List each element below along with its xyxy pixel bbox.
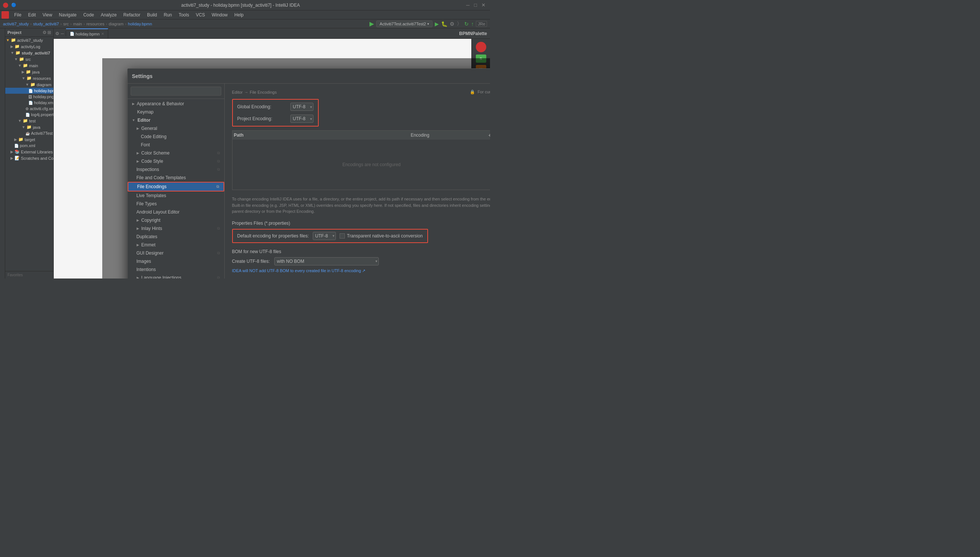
tree-item-src[interactable]: ▼ 📁 src (5, 56, 54, 62)
add-encoding-btn[interactable]: + (487, 132, 490, 139)
nav-images[interactable]: Images (128, 257, 224, 265)
tab-holiday-bpmn[interactable]: 📄 holiday.bpmn ✕ (66, 28, 109, 39)
favorites-label[interactable]: Favorites (5, 271, 54, 278)
panel-gear-icon[interactable]: ⚙ (42, 30, 47, 35)
tree-item-pom[interactable]: 📄 pom.xml (5, 143, 54, 148)
bom-select[interactable]: with NO BOM (274, 257, 379, 265)
panel-layout-icon[interactable]: ⊞ (47, 30, 51, 35)
tree-item-activiti7test[interactable]: ☕ Activiti7Test (5, 130, 54, 136)
menu-edit[interactable]: Edit (25, 11, 39, 18)
run-btn[interactable]: ▶ (369, 20, 374, 27)
tree-item-holiday-bpmn[interactable]: 📄 holiday.bpmn (5, 88, 54, 94)
nav-code-editing[interactable]: Code Editing (128, 132, 224, 141)
nav-file-encodings[interactable]: File Encodings ⧉ (128, 182, 224, 192)
menu-refactor[interactable]: Refactor (120, 11, 143, 18)
menu-window[interactable]: Window (209, 11, 231, 18)
nav-section: ▶ Appearance & Behavior Keymap ▼ (128, 99, 224, 278)
breadcrumb-part-6[interactable]: holiday.bpmn (128, 22, 152, 26)
menu-file[interactable]: File (11, 11, 24, 18)
nav-editor[interactable]: ▼ Editor (128, 116, 224, 124)
tree-item-main[interactable]: ▼ 📁 main (5, 62, 54, 69)
tab-close-btn[interactable]: ✕ (101, 32, 104, 36)
menu-run[interactable]: Run (161, 11, 175, 18)
tree-item-activiti-cfg[interactable]: ⚙ activiti.cfg.xml (5, 106, 54, 112)
nav-gui-designer[interactable]: GUI Designer ⧉ (128, 249, 224, 257)
nav-inlay-hints[interactable]: ▶ Inlay Hints ⧉ (128, 224, 224, 233)
bpmn-canvas[interactable]: Settings ✕ ▶ (54, 39, 490, 278)
tree-item-root[interactable]: ▼ 📁 activiti7_study (5, 37, 54, 43)
run-config-selector[interactable]: Activiti7Test.activiti7Test2 ▾ (376, 21, 432, 27)
menu-build[interactable]: Build (144, 11, 160, 18)
menu-help[interactable]: Help (231, 11, 247, 18)
menu-tools[interactable]: Tools (176, 11, 192, 18)
tree-item-log4j[interactable]: 📄 log4j.properties (5, 112, 54, 117)
copy-icon4: ⧉ (216, 184, 219, 189)
nav-general[interactable]: ▶ General (128, 124, 224, 132)
props-encoding-select[interactable]: UTF-8 (313, 232, 336, 240)
nav-search-input[interactable] (131, 86, 221, 96)
profile-icon[interactable]: 〉 (457, 21, 462, 27)
nav-file-types[interactable]: File Types (128, 200, 224, 208)
tree-item-activitylog[interactable]: ▶ 📁 activityLog (5, 43, 54, 50)
nav-emmet[interactable]: ▶ Emmet (128, 241, 224, 249)
utf8-bom-link[interactable]: UTF-8 BOM (267, 269, 289, 273)
nav-copyright[interactable]: ▶ Copyright (128, 216, 224, 224)
menu-analyze[interactable]: Analyze (98, 11, 120, 18)
maximize-btn[interactable]: □ (473, 2, 478, 8)
tree-item-target[interactable]: ▶ 📁 target (5, 136, 54, 143)
menu-navigate[interactable]: Navigate (56, 11, 80, 18)
update-icon[interactable]: ↑ (471, 21, 474, 27)
tree-item-diagram[interactable]: ▼ 📁 diagram (5, 81, 54, 88)
sync-icon[interactable]: ↻ (464, 21, 469, 27)
menu-vcs[interactable]: VCS (193, 11, 208, 18)
tree-item-holiday-xml[interactable]: 📄 holiday.xml (5, 100, 54, 106)
close-btn[interactable]: ✕ (480, 2, 487, 8)
tree-item-java[interactable]: ▶ 📁 java (5, 69, 54, 75)
nav-inspections[interactable]: Inspections ⧉ (128, 165, 224, 174)
nav-duplicates[interactable]: Duplicates (128, 233, 224, 241)
bpmn-circle-1[interactable] (476, 42, 486, 52)
tree-item-resources[interactable]: ▼ 📁 resources (5, 75, 54, 81)
nav-label: Appearance & Behavior (137, 101, 184, 106)
minus-icon[interactable]: ─ (61, 31, 64, 36)
global-encoding-label: Global Encoding: (237, 104, 286, 109)
nav-live-templates[interactable]: Live Templates (128, 192, 224, 200)
nav-intentions[interactable]: Intentions (128, 265, 224, 274)
nav-code-style[interactable]: ▶ Code Style ⧉ (128, 157, 224, 165)
run-icon[interactable]: ▶ (435, 21, 439, 27)
nav-android-layout[interactable]: Android Layout Editor (128, 208, 224, 216)
debug-icon[interactable]: 🐛 (441, 21, 447, 27)
empty-encodings-msg: Encodings are not configured (232, 140, 490, 190)
tree-item-holiday-png[interactable]: 🖼 holiday.png (5, 94, 54, 100)
settings-gear-icon[interactable]: ⚙ (55, 31, 59, 36)
tree-item-scratches[interactable]: ▶ 📝 Scratches and Consoles (5, 155, 54, 161)
menu-code[interactable]: Code (80, 11, 97, 18)
expand-right-icon: ▶ (137, 160, 139, 163)
tab-label: holiday.bpmn (76, 32, 100, 36)
coverage-icon[interactable]: ⚙ (450, 21, 455, 27)
breadcrumb-part-5[interactable]: diagram (109, 22, 124, 26)
tree-item-study[interactable]: ▼ 📁 study_activiti7 (5, 50, 54, 56)
nav-color-scheme[interactable]: ▶ Color Scheme ⧉ (128, 149, 224, 157)
jre-label[interactable]: JRe (476, 21, 487, 27)
nav-keymap[interactable]: Keymap (128, 108, 224, 116)
tree-item-ext-libs[interactable]: ▶ 📚 External Libraries (5, 148, 54, 155)
nav-file-code-templates[interactable]: File and Code Templates (128, 174, 224, 182)
project-encoding-select[interactable]: UTF-8 (290, 115, 314, 123)
breadcrumb-part-0[interactable]: activiti7_study (3, 22, 29, 26)
nav-language-injections[interactable]: ▶ Language Injections ⧉ (128, 274, 224, 278)
global-encoding-select[interactable]: UTF-8 (290, 103, 314, 111)
nav-appearance-behavior[interactable]: ▶ Appearance & Behavior (128, 100, 224, 108)
expand-icon: ▶ (10, 44, 13, 49)
nav-font[interactable]: Font (128, 141, 224, 149)
breadcrumb-part-1[interactable]: study_activiti7 (33, 22, 59, 26)
tree-item-test-java[interactable]: ▼ 📁 java (5, 124, 54, 130)
expand-icon: ▼ (14, 57, 18, 61)
minimize-btn[interactable]: ─ (465, 2, 471, 8)
menu-view[interactable]: View (39, 11, 55, 18)
breadcrumb-part-3[interactable]: main (73, 22, 82, 26)
breadcrumb-part-2[interactable]: src (63, 22, 69, 26)
breadcrumb-part-4[interactable]: resources (86, 22, 104, 26)
transparent-checkbox[interactable] (340, 233, 345, 239)
tree-item-test[interactable]: ▼ 📁 test (5, 117, 54, 124)
